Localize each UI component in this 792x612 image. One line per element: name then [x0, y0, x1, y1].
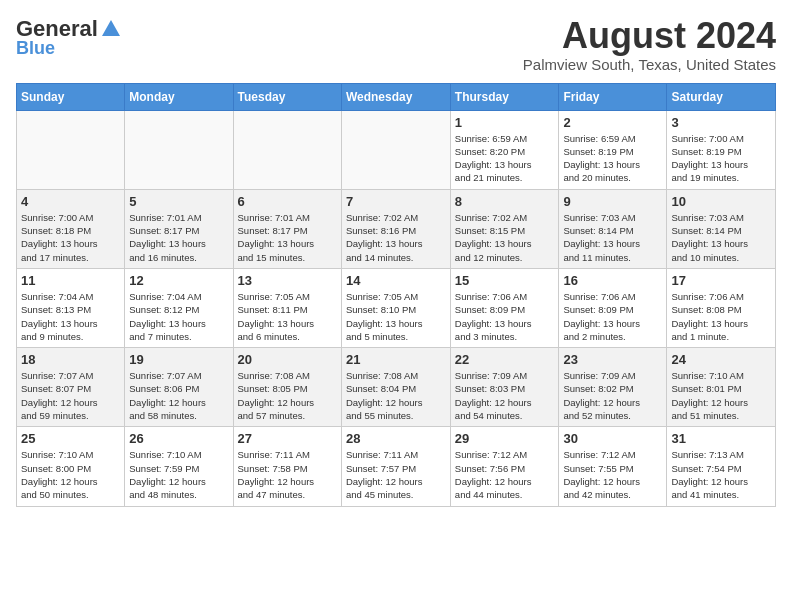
date-number: 9	[563, 194, 662, 209]
calendar-cell	[341, 110, 450, 189]
logo-icon	[100, 18, 122, 40]
calendar-cell: 9Sunrise: 7:03 AM Sunset: 8:14 PM Daylig…	[559, 189, 667, 268]
calendar-cell: 1Sunrise: 6:59 AM Sunset: 8:20 PM Daylig…	[450, 110, 559, 189]
date-number: 17	[671, 273, 771, 288]
logo-blue: Blue	[16, 38, 55, 59]
calendar-cell	[17, 110, 125, 189]
day-info: Sunrise: 7:03 AM Sunset: 8:14 PM Dayligh…	[563, 211, 662, 264]
column-header-tuesday: Tuesday	[233, 83, 341, 110]
day-info: Sunrise: 7:10 AM Sunset: 8:01 PM Dayligh…	[671, 369, 771, 422]
calendar-cell: 15Sunrise: 7:06 AM Sunset: 8:09 PM Dayli…	[450, 268, 559, 347]
date-number: 16	[563, 273, 662, 288]
calendar-cell: 13Sunrise: 7:05 AM Sunset: 8:11 PM Dayli…	[233, 268, 341, 347]
calendar-cell: 29Sunrise: 7:12 AM Sunset: 7:56 PM Dayli…	[450, 427, 559, 506]
day-info: Sunrise: 7:13 AM Sunset: 7:54 PM Dayligh…	[671, 448, 771, 501]
day-info: Sunrise: 6:59 AM Sunset: 8:19 PM Dayligh…	[563, 132, 662, 185]
location: Palmview South, Texas, United States	[523, 56, 776, 73]
date-number: 6	[238, 194, 337, 209]
calendar-cell: 17Sunrise: 7:06 AM Sunset: 8:08 PM Dayli…	[667, 268, 776, 347]
date-number: 8	[455, 194, 555, 209]
date-number: 7	[346, 194, 446, 209]
day-info: Sunrise: 7:09 AM Sunset: 8:03 PM Dayligh…	[455, 369, 555, 422]
day-info: Sunrise: 7:06 AM Sunset: 8:08 PM Dayligh…	[671, 290, 771, 343]
day-info: Sunrise: 7:00 AM Sunset: 8:19 PM Dayligh…	[671, 132, 771, 185]
calendar-cell: 4Sunrise: 7:00 AM Sunset: 8:18 PM Daylig…	[17, 189, 125, 268]
calendar-cell: 20Sunrise: 7:08 AM Sunset: 8:05 PM Dayli…	[233, 348, 341, 427]
column-header-friday: Friday	[559, 83, 667, 110]
date-number: 15	[455, 273, 555, 288]
day-info: Sunrise: 7:10 AM Sunset: 7:59 PM Dayligh…	[129, 448, 228, 501]
date-number: 12	[129, 273, 228, 288]
calendar-cell: 12Sunrise: 7:04 AM Sunset: 8:12 PM Dayli…	[125, 268, 233, 347]
calendar-cell: 8Sunrise: 7:02 AM Sunset: 8:15 PM Daylig…	[450, 189, 559, 268]
date-number: 18	[21, 352, 120, 367]
day-info: Sunrise: 7:01 AM Sunset: 8:17 PM Dayligh…	[129, 211, 228, 264]
date-number: 23	[563, 352, 662, 367]
calendar-cell: 22Sunrise: 7:09 AM Sunset: 8:03 PM Dayli…	[450, 348, 559, 427]
day-info: Sunrise: 7:12 AM Sunset: 7:55 PM Dayligh…	[563, 448, 662, 501]
date-number: 22	[455, 352, 555, 367]
header: General Blue August 2024 Palmview South,…	[16, 16, 776, 73]
calendar-cell: 18Sunrise: 7:07 AM Sunset: 8:07 PM Dayli…	[17, 348, 125, 427]
calendar-cell	[233, 110, 341, 189]
date-number: 29	[455, 431, 555, 446]
calendar-cell: 24Sunrise: 7:10 AM Sunset: 8:01 PM Dayli…	[667, 348, 776, 427]
logo: General Blue	[16, 16, 122, 59]
date-number: 11	[21, 273, 120, 288]
day-info: Sunrise: 7:07 AM Sunset: 8:07 PM Dayligh…	[21, 369, 120, 422]
day-info: Sunrise: 7:00 AM Sunset: 8:18 PM Dayligh…	[21, 211, 120, 264]
column-header-sunday: Sunday	[17, 83, 125, 110]
calendar-cell: 6Sunrise: 7:01 AM Sunset: 8:17 PM Daylig…	[233, 189, 341, 268]
calendar: SundayMondayTuesdayWednesdayThursdayFrid…	[16, 83, 776, 507]
column-header-saturday: Saturday	[667, 83, 776, 110]
calendar-cell: 19Sunrise: 7:07 AM Sunset: 8:06 PM Dayli…	[125, 348, 233, 427]
month-year: August 2024	[523, 16, 776, 56]
day-info: Sunrise: 7:03 AM Sunset: 8:14 PM Dayligh…	[671, 211, 771, 264]
calendar-cell: 31Sunrise: 7:13 AM Sunset: 7:54 PM Dayli…	[667, 427, 776, 506]
day-info: Sunrise: 7:06 AM Sunset: 8:09 PM Dayligh…	[563, 290, 662, 343]
calendar-cell: 14Sunrise: 7:05 AM Sunset: 8:10 PM Dayli…	[341, 268, 450, 347]
calendar-cell: 3Sunrise: 7:00 AM Sunset: 8:19 PM Daylig…	[667, 110, 776, 189]
date-number: 30	[563, 431, 662, 446]
calendar-cell: 2Sunrise: 6:59 AM Sunset: 8:19 PM Daylig…	[559, 110, 667, 189]
date-number: 27	[238, 431, 337, 446]
date-number: 26	[129, 431, 228, 446]
date-number: 3	[671, 115, 771, 130]
day-info: Sunrise: 7:11 AM Sunset: 7:57 PM Dayligh…	[346, 448, 446, 501]
day-info: Sunrise: 7:02 AM Sunset: 8:15 PM Dayligh…	[455, 211, 555, 264]
column-header-monday: Monday	[125, 83, 233, 110]
date-number: 21	[346, 352, 446, 367]
date-number: 31	[671, 431, 771, 446]
calendar-cell	[125, 110, 233, 189]
calendar-week-row: 11Sunrise: 7:04 AM Sunset: 8:13 PM Dayli…	[17, 268, 776, 347]
column-header-thursday: Thursday	[450, 83, 559, 110]
calendar-cell: 21Sunrise: 7:08 AM Sunset: 8:04 PM Dayli…	[341, 348, 450, 427]
calendar-week-row: 18Sunrise: 7:07 AM Sunset: 8:07 PM Dayli…	[17, 348, 776, 427]
calendar-cell: 16Sunrise: 7:06 AM Sunset: 8:09 PM Dayli…	[559, 268, 667, 347]
calendar-cell: 30Sunrise: 7:12 AM Sunset: 7:55 PM Dayli…	[559, 427, 667, 506]
calendar-cell: 5Sunrise: 7:01 AM Sunset: 8:17 PM Daylig…	[125, 189, 233, 268]
date-number: 25	[21, 431, 120, 446]
date-number: 19	[129, 352, 228, 367]
day-info: Sunrise: 7:04 AM Sunset: 8:13 PM Dayligh…	[21, 290, 120, 343]
calendar-cell: 10Sunrise: 7:03 AM Sunset: 8:14 PM Dayli…	[667, 189, 776, 268]
calendar-cell: 7Sunrise: 7:02 AM Sunset: 8:16 PM Daylig…	[341, 189, 450, 268]
date-number: 2	[563, 115, 662, 130]
calendar-week-row: 1Sunrise: 6:59 AM Sunset: 8:20 PM Daylig…	[17, 110, 776, 189]
calendar-week-row: 25Sunrise: 7:10 AM Sunset: 8:00 PM Dayli…	[17, 427, 776, 506]
calendar-week-row: 4Sunrise: 7:00 AM Sunset: 8:18 PM Daylig…	[17, 189, 776, 268]
date-number: 13	[238, 273, 337, 288]
title-area: August 2024 Palmview South, Texas, Unite…	[523, 16, 776, 73]
calendar-cell: 26Sunrise: 7:10 AM Sunset: 7:59 PM Dayli…	[125, 427, 233, 506]
date-number: 24	[671, 352, 771, 367]
date-number: 14	[346, 273, 446, 288]
day-info: Sunrise: 7:11 AM Sunset: 7:58 PM Dayligh…	[238, 448, 337, 501]
calendar-header-row: SundayMondayTuesdayWednesdayThursdayFrid…	[17, 83, 776, 110]
day-info: Sunrise: 7:12 AM Sunset: 7:56 PM Dayligh…	[455, 448, 555, 501]
day-info: Sunrise: 7:10 AM Sunset: 8:00 PM Dayligh…	[21, 448, 120, 501]
day-info: Sunrise: 7:05 AM Sunset: 8:11 PM Dayligh…	[238, 290, 337, 343]
day-info: Sunrise: 7:07 AM Sunset: 8:06 PM Dayligh…	[129, 369, 228, 422]
day-info: Sunrise: 7:04 AM Sunset: 8:12 PM Dayligh…	[129, 290, 228, 343]
day-info: Sunrise: 7:05 AM Sunset: 8:10 PM Dayligh…	[346, 290, 446, 343]
date-number: 5	[129, 194, 228, 209]
